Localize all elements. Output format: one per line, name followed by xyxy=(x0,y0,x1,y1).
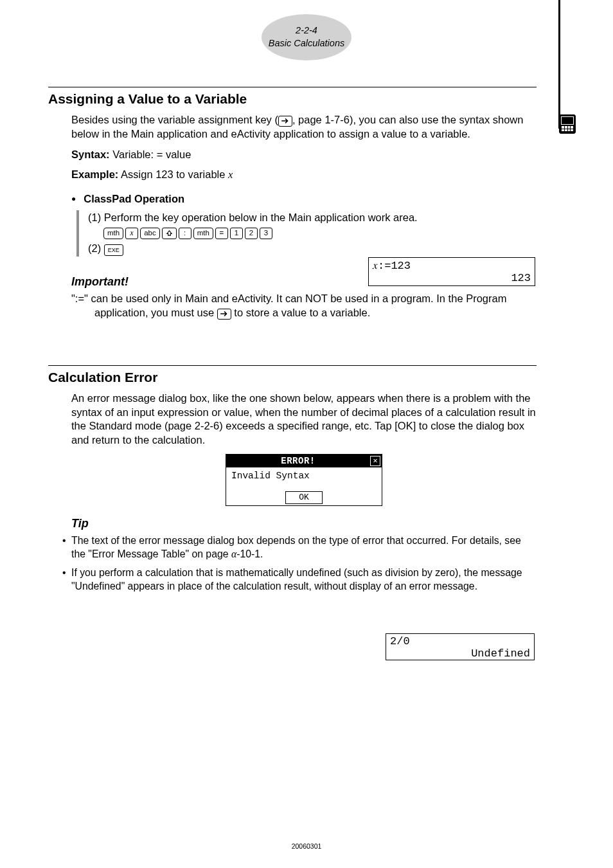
page-section-label: Basic Calculations xyxy=(269,37,344,50)
lcd-output-2: Undefined xyxy=(390,647,530,660)
key-2[interactable]: 2 xyxy=(245,228,258,239)
error-dialog-message: Invalid Syntax xyxy=(226,467,382,487)
step-2-line: (2) EXE xyxy=(88,241,537,257)
error-dialog: ERROR! ✕ Invalid Syntax OK xyxy=(226,454,382,506)
key-1[interactable]: 1 xyxy=(230,228,243,239)
step-1-text: (1) Perform the key operation below in t… xyxy=(88,210,537,226)
page-header-badge: 2-2-4 Basic Calculations xyxy=(262,14,351,60)
example-line: Example: Assign 123 to variable x xyxy=(71,168,537,182)
error-dialog-title: ERROR! xyxy=(226,455,370,467)
footer-date-code: 20060301 xyxy=(292,842,322,850)
key-3[interactable]: 3 xyxy=(260,228,272,239)
tip-heading: Tip xyxy=(71,516,537,532)
lcd-display-assign: 𝑥:=123 123 xyxy=(368,257,535,286)
key-equals[interactable]: = xyxy=(215,228,228,239)
key-mth[interactable]: mth xyxy=(103,228,123,239)
store-arrow-key-icon xyxy=(278,116,292,127)
key-abc[interactable]: abc xyxy=(140,228,160,239)
key-sequence: mth x abc : mth = 1 2 3 xyxy=(103,228,537,239)
page-right-rule xyxy=(558,0,560,129)
lcd-display-undefined: 2/0 Undefined xyxy=(386,633,535,660)
store-arrow-key-icon-2 xyxy=(217,309,231,320)
classpad-operation-heading: ClassPad Operation xyxy=(71,192,537,206)
syntax-line: Syntax: Variable: = value xyxy=(71,148,537,162)
ok-button[interactable]: OK xyxy=(285,491,323,504)
close-icon[interactable]: ✕ xyxy=(370,456,380,466)
tip-item-1: The text of the error message dialog box… xyxy=(62,534,537,561)
sidebar-calculator-icon xyxy=(559,114,576,134)
error-intro: An error message dialog box, like the on… xyxy=(71,392,537,448)
key-shift[interactable] xyxy=(162,228,177,239)
section-rule-2 xyxy=(48,365,537,366)
section-title-assign: Assigning a Value to a Variable xyxy=(48,91,537,107)
key-mth-2[interactable]: mth xyxy=(193,228,213,239)
assign-intro: Besides using the variable assignment ke… xyxy=(71,113,537,141)
page-number-label: 2-2-4 xyxy=(296,24,317,37)
section-title-error: Calculation Error xyxy=(48,370,537,385)
lcd-input-2: 2/0 xyxy=(390,635,530,647)
important-text: ":=" can be used only in Main and eActiv… xyxy=(71,292,537,320)
key-colon[interactable]: : xyxy=(179,228,191,239)
tip-item-2: If you perform a calculation that is mat… xyxy=(62,566,537,593)
classpad-operation-block: (1) Perform the key operation below in t… xyxy=(76,210,537,257)
lcd-output: 123 xyxy=(373,272,531,284)
key-exe[interactable]: EXE xyxy=(104,244,123,256)
lcd-input: 𝑥:=123 xyxy=(373,259,531,272)
error-dialog-titlebar: ERROR! ✕ xyxy=(226,455,382,467)
key-x[interactable]: x xyxy=(125,228,138,239)
section-rule xyxy=(48,87,537,87)
